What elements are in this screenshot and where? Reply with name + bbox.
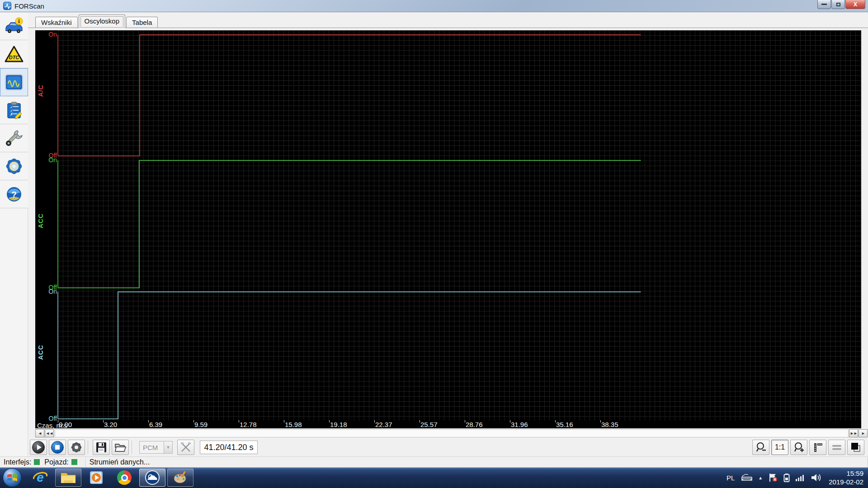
module-select[interactable]: PCM ▼ xyxy=(139,441,173,454)
ruler-icon xyxy=(812,441,824,453)
window-title: FORScan xyxy=(14,2,44,10)
gear-icon xyxy=(70,441,83,454)
record-settings-button[interactable] xyxy=(68,440,85,455)
tray-date: 2019-02-02 xyxy=(829,478,863,486)
x-tick-label: 9.59 xyxy=(193,421,208,428)
dtc-triangle-icon: DTC xyxy=(4,45,24,63)
windows-logo-icon xyxy=(7,473,18,483)
scroll-right-fast-icon[interactable]: ►► xyxy=(849,429,858,437)
save-button[interactable] xyxy=(93,440,110,455)
grid-style-button[interactable] xyxy=(828,440,845,455)
chevron-down-icon[interactable]: ▼ xyxy=(164,441,172,453)
open-button[interactable] xyxy=(112,440,129,455)
tab-underline xyxy=(0,28,868,28)
keyboard-language[interactable]: PL xyxy=(726,474,735,482)
vehicle-label: Pojazd: xyxy=(44,458,68,466)
status-bar: Interfejs: Pojazd: Strumień danych... xyxy=(0,456,868,467)
taskbar-item-paint[interactable] xyxy=(167,469,193,487)
svg-text:?: ? xyxy=(11,190,17,199)
media-player-icon xyxy=(89,470,104,485)
taskbar-item-wmp[interactable] xyxy=(83,469,109,487)
sidebar-item-service[interactable] xyxy=(0,124,28,152)
close-button[interactable]: X xyxy=(845,0,865,9)
activity-panel: Strumień danych... xyxy=(86,457,868,467)
sidebar-item-tests[interactable]: ✓ ✓ ✗ xyxy=(0,96,28,124)
trace-acc xyxy=(58,160,641,288)
play-button[interactable] xyxy=(30,440,47,455)
sidebar-item-help[interactable]: ? xyxy=(0,180,28,208)
tab-oscyloskop[interactable]: Oscyloskop xyxy=(79,14,126,28)
x-tick-label: 6.39 xyxy=(148,421,162,428)
scroll-left-icon[interactable]: ◄ xyxy=(35,429,44,437)
zoom-reset-button[interactable]: 1:1 xyxy=(771,440,788,455)
signals-config-button[interactable] xyxy=(177,440,194,455)
stop-icon xyxy=(51,441,64,454)
title-bar: FORScan X xyxy=(0,0,868,12)
explorer-folder-icon xyxy=(60,470,76,485)
tests-clipboard-icon: ✓ ✓ ✗ xyxy=(5,101,24,119)
scroll-left-fast-icon[interactable]: ◄◄ xyxy=(45,429,54,437)
start-button[interactable] xyxy=(3,468,22,487)
taskbar-item-forscan[interactable] xyxy=(139,469,165,487)
tab-tabela[interactable]: Tabela xyxy=(126,17,158,28)
battery-icon[interactable] xyxy=(783,473,790,482)
x-tick-label: 25.57 xyxy=(420,421,438,428)
vehicle-status-led xyxy=(71,459,77,465)
network-signal-icon[interactable] xyxy=(795,474,805,482)
minimize-button[interactable] xyxy=(817,0,831,9)
state-label: On xyxy=(36,288,57,295)
scroll-right-icon[interactable]: ► xyxy=(859,429,868,437)
zoom-out-button[interactable] xyxy=(752,440,769,455)
keyboard-icon[interactable] xyxy=(741,474,753,481)
open-folder-icon xyxy=(114,441,127,453)
x-tick-label: 31.96 xyxy=(510,421,528,428)
x-tick-label: 35.16 xyxy=(555,421,573,428)
tab-strip: Wskaźniki Oscyloskop Tabela xyxy=(35,14,159,28)
sidebar: i DTC ✓ ✓ ✗ xyxy=(0,12,28,488)
restore-button[interactable] xyxy=(831,0,845,9)
svg-text:✗: ✗ xyxy=(10,112,14,117)
black-square-icon xyxy=(850,441,862,453)
background-color-button[interactable] xyxy=(847,440,864,455)
sidebar-item-settings[interactable] xyxy=(0,152,28,180)
x-tick-label: 15.98 xyxy=(284,421,302,428)
oscilloscope-chart: OnOffA/COnOffACCOnOffACC Czas, m:s 0.003… xyxy=(35,30,861,428)
x-tick-label: 28.76 xyxy=(465,421,483,428)
app-logo-icon xyxy=(3,2,11,10)
trace-ac xyxy=(58,35,641,156)
scroll-track[interactable] xyxy=(55,429,849,437)
taskbar-item-ie[interactable]: e xyxy=(27,469,53,487)
clock[interactable]: 15:59 2019-02-02 xyxy=(829,469,863,486)
state-label: On xyxy=(36,157,57,164)
svg-text:DTC: DTC xyxy=(9,55,20,60)
wrench-icon xyxy=(5,129,24,147)
x-tick-label: 12.78 xyxy=(239,421,257,428)
stop-button[interactable] xyxy=(49,440,66,455)
tab-wskazniki[interactable]: Wskaźniki xyxy=(35,17,78,28)
volume-icon[interactable] xyxy=(811,473,821,482)
tray-time: 15:59 xyxy=(829,469,863,478)
oscilloscope-icon xyxy=(5,74,24,91)
sidebar-item-oscilloscope[interactable] xyxy=(0,68,28,96)
play-icon xyxy=(32,441,45,454)
taskbar-item-chrome[interactable] xyxy=(111,469,137,487)
show-hidden-icons[interactable]: ▲ xyxy=(758,475,763,480)
measure-button[interactable] xyxy=(809,440,826,455)
zoom-ratio-label: 1:1 xyxy=(775,443,785,451)
x-tick-label: 19.18 xyxy=(329,421,347,428)
state-label: Off xyxy=(36,415,57,422)
stream-status-text: Strumień danych... xyxy=(90,458,150,466)
x-tick-label: 0.00 xyxy=(58,421,72,428)
taskbar-item-explorer[interactable] xyxy=(55,469,81,487)
sidebar-item-vehicle-info[interactable]: i xyxy=(0,12,28,40)
time-display: 41.20/41.20 s xyxy=(200,441,258,454)
signal-traces xyxy=(35,30,861,428)
zoom-in-button[interactable] xyxy=(790,440,807,455)
forscan-icon xyxy=(145,470,160,485)
lines-icon xyxy=(831,441,843,453)
action-center-flag-icon[interactable] xyxy=(768,473,778,482)
sidebar-item-dtc[interactable]: DTC xyxy=(0,40,28,68)
x-tick-label: 22.37 xyxy=(374,421,392,428)
zoom-out-icon xyxy=(755,441,767,453)
save-disk-icon xyxy=(95,441,107,453)
